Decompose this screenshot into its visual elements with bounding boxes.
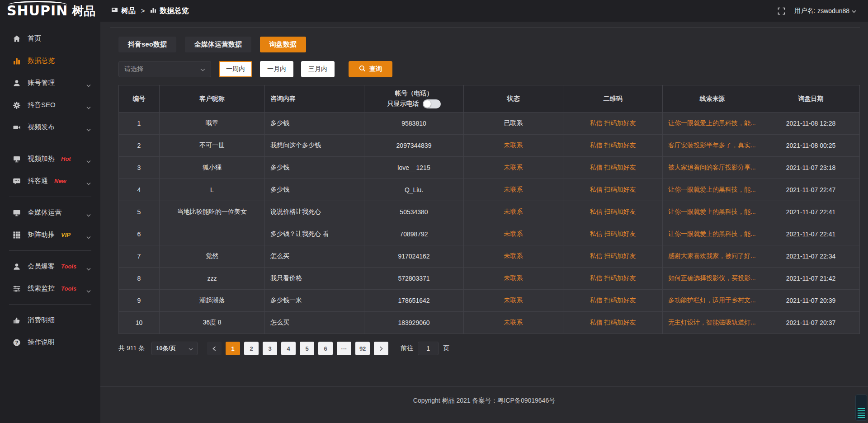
next-page-button[interactable] [374, 342, 388, 355]
logo[interactable]: SHUPIN 树品 [0, 0, 100, 22]
sidebar-item-video-heat[interactable]: 视频加热 Hot [0, 148, 100, 170]
account-select[interactable]: 请选择 [118, 61, 211, 77]
more-pages-button[interactable]: ··· [337, 342, 351, 355]
hot-badge: Hot [61, 155, 71, 162]
chevron-down-icon [86, 81, 91, 89]
page-button-1[interactable]: 1 [226, 342, 240, 355]
phone-only-toggle[interactable] [423, 99, 441, 108]
cell-date: 2021-11-07 22:34 [762, 245, 860, 268]
lead-source-link[interactable]: 无主灯设计，智能磁吸轨道灯... [663, 312, 762, 334]
fullscreen-icon[interactable] [778, 7, 785, 15]
sidebar-item-help[interactable]: ? 操作说明 [0, 331, 100, 353]
cell-content: 多少钱 [265, 113, 364, 135]
sidebar-item-matrix-boost[interactable]: 矩阵助推 VIP [0, 224, 100, 246]
cell-date: 2021-11-07 20:39 [762, 290, 860, 312]
chevron-down-icon [189, 345, 193, 352]
col-header-source: 线索来源 [663, 85, 762, 113]
lead-source-link[interactable]: 让你一眼就爱上的黑科技，能... [663, 179, 762, 201]
cell-account: 572803371 [364, 268, 464, 290]
qr-add-friend-link[interactable]: 私信 扫码加好友 [563, 135, 663, 157]
cell-no: 8 [119, 268, 160, 290]
qr-add-friend-link[interactable]: 私信 扫码加好友 [563, 268, 663, 290]
corner-widget[interactable] [855, 395, 867, 421]
tools-badge: Tools [61, 285, 76, 292]
cell-no: 3 [119, 157, 160, 179]
username-value: zswodun88 [817, 7, 849, 14]
tab-douyin-seo-data[interactable]: 抖音seo数据 [118, 37, 176, 52]
page-size-select[interactable]: 10条/页 [151, 342, 198, 355]
lead-source-link[interactable]: 客厅安装投影半年多了，真实... [663, 135, 762, 157]
cell-nickname: zzz [160, 268, 265, 290]
cell-no: 10 [119, 312, 160, 334]
page-button-92[interactable]: 92 [355, 342, 370, 355]
cell-no: 6 [119, 223, 160, 245]
qr-add-friend-link[interactable]: 私信 扫码加好友 [563, 290, 663, 312]
range-month-button[interactable]: 一月内 [260, 61, 293, 77]
page-button-4[interactable]: 4 [281, 342, 296, 355]
svg-text:?: ? [15, 339, 18, 345]
home-icon [12, 35, 21, 43]
qr-add-friend-link[interactable]: 私信 扫码加好友 [563, 245, 663, 268]
sidebar-item-data-overview[interactable]: 数据总览 [0, 50, 100, 72]
app-root: SHUPIN 树品 首页 数据总览 账号管理 抖音SEO [0, 0, 868, 423]
breadcrumb-root[interactable]: 树品 [111, 6, 136, 16]
lead-source-link[interactable]: 让你一眼就爱上的黑科技，能... [663, 113, 762, 135]
sidebar-item-account-manage[interactable]: 账号管理 [0, 72, 100, 94]
page-button-5[interactable]: 5 [300, 342, 314, 355]
lead-source-link[interactable]: 让你一眼就爱上的黑科技，能... [663, 223, 762, 245]
qr-add-friend-link[interactable]: 私信 扫码加好友 [563, 201, 663, 223]
breadcrumb-current: 数据总览 [150, 6, 189, 16]
new-badge: New [54, 178, 66, 184]
lead-source-link[interactable]: 感谢大家喜欢我家，被问了好... [663, 245, 762, 268]
qr-add-friend-link[interactable]: 私信 扫码加好友 [563, 312, 663, 334]
total-count: 共 911 条 [118, 344, 145, 352]
prev-page-button[interactable] [207, 342, 222, 355]
sidebar-menu: 首页 数据总览 账号管理 抖音SEO 视频发布 [0, 22, 100, 353]
lead-source-link[interactable]: 让你一眼就爱上的黑科技，能... [663, 201, 762, 223]
lead-source-link[interactable]: 多功能护栏灯，适用于乡村文... [663, 290, 762, 312]
cell-status: 未联系 [464, 157, 563, 179]
cell-content: 我想问这个多少钱 [265, 135, 364, 157]
qr-add-friend-link[interactable]: 私信 扫码加好友 [563, 223, 663, 245]
sidebar-divider [9, 250, 91, 251]
range-quarter-button[interactable]: 三月内 [301, 61, 335, 77]
cell-date: 2021-11-07 21:42 [762, 268, 860, 290]
cell-status: 未联系 [464, 290, 563, 312]
tab-media-ops-data[interactable]: 全媒体运营数据 [185, 37, 251, 52]
query-button[interactable]: 查询 [349, 61, 392, 77]
page-button-6[interactable]: 6 [318, 342, 333, 355]
widget-stripes [858, 408, 865, 418]
tab-inquiry-data[interactable]: 询盘数据 [260, 37, 306, 52]
user-icon [12, 79, 21, 87]
cell-content: 多少钱 [265, 157, 364, 179]
lead-source-link[interactable]: 如何正确选择投影仪，买投影... [663, 268, 762, 290]
goto-page-input[interactable] [418, 342, 439, 355]
cell-date: 2021-11-07 22:47 [762, 179, 860, 201]
sidebar-item-douyin-seo[interactable]: 抖音SEO [0, 94, 100, 116]
cell-nickname: 觉然 [160, 245, 265, 268]
sidebar-item-member-burst[interactable]: 会员爆客 Tools [0, 255, 100, 277]
page-button-2[interactable]: 2 [244, 342, 259, 355]
username-label: 用户名: [794, 7, 815, 15]
qr-add-friend-link[interactable]: 私信 扫码加好友 [563, 113, 663, 135]
qr-add-friend-link[interactable]: 私信 扫码加好友 [563, 179, 663, 201]
sidebar-item-doukedong[interactable]: 抖客通 New [0, 170, 100, 192]
chevron-down-icon [86, 157, 91, 165]
cell-status: 未联系 [464, 201, 563, 223]
cell-account: 178651642 [364, 290, 464, 312]
chevron-down-icon [200, 65, 205, 73]
sidebar-item-media-ops[interactable]: 全媒体运营 [0, 202, 100, 224]
user-menu[interactable]: 用户名: zswodun88 [794, 7, 856, 15]
page-button-3[interactable]: 3 [263, 342, 277, 355]
sidebar-item-video-publish[interactable]: 视频发布 [0, 116, 100, 138]
cell-account: 183929060 [364, 312, 464, 334]
cell-status: 未联系 [464, 135, 563, 157]
qr-add-friend-link[interactable]: 私信 扫码加好友 [563, 157, 663, 179]
sidebar-item-home[interactable]: 首页 [0, 28, 100, 50]
sidebar-item-lead-monitor[interactable]: 线索监控 Tools [0, 277, 100, 300]
sidebar: SHUPIN 树品 首页 数据总览 账号管理 抖音SEO [0, 0, 100, 423]
lead-source-link[interactable]: 被大家追着问的客厅投影分享... [663, 157, 762, 179]
sidebar-item-expense-detail[interactable]: 消费明细 [0, 309, 100, 331]
range-week-button[interactable]: 一周内 [219, 61, 252, 77]
screen-board-icon [12, 155, 21, 163]
